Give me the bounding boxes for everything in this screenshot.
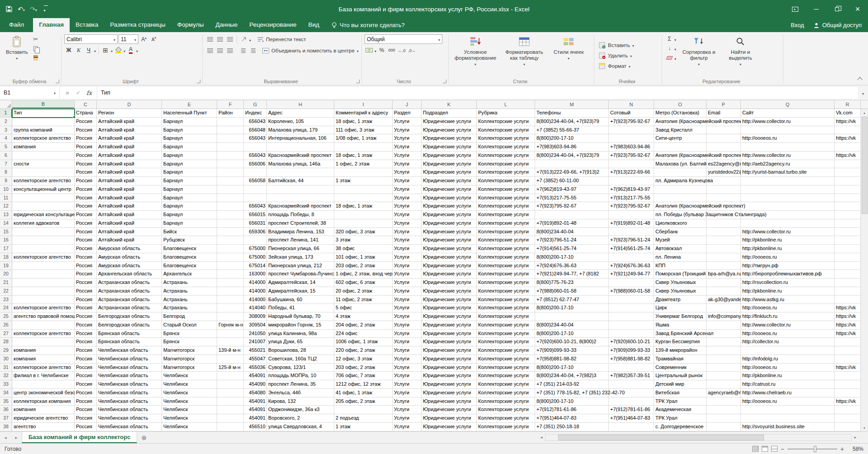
cell-Q14[interactable]: [741, 219, 835, 228]
cell-G1[interactable]: Индекс: [244, 109, 267, 118]
cell-J10[interactable]: Услуги: [393, 185, 422, 194]
cell-F24[interactable]: [217, 304, 244, 312]
cell-C26[interactable]: Россия: [75, 321, 97, 330]
cell-L1[interactable]: Рубрика: [477, 109, 535, 118]
vertical-scroll-thumb[interactable]: [862, 117, 868, 214]
cell-O30[interactable]: Трамвайная: [654, 355, 707, 364]
row-header-15[interactable]: 15: [0, 228, 12, 236]
cell-M15[interactable]: 8(800)234-40-04: [535, 228, 609, 236]
cell-Q25[interactable]: http://finkluch.ru: [741, 312, 835, 321]
row-header-36[interactable]: 36: [0, 406, 12, 414]
cell-E16[interactable]: Рубцовск: [162, 236, 217, 245]
cell-O12[interactable]: Анатолия (Красноармейский проспект): [654, 202, 707, 211]
cell-I18[interactable]: 101 офис, 1 этаж: [334, 253, 393, 262]
cell-M5[interactable]: +7(983)603-94-86: [535, 143, 609, 151]
cell-O3[interactable]: Завод Кристалл: [654, 126, 707, 135]
cell-H2[interactable]: Короленко, 105: [267, 118, 334, 126]
cell-B21[interactable]: [12, 279, 75, 287]
cell-G13[interactable]: 656015: [244, 211, 267, 219]
cell-F22[interactable]: [217, 287, 244, 296]
decrease-decimal-button[interactable]: [408, 46, 417, 55]
cell-K9[interactable]: Юридические услуги: [422, 177, 477, 185]
cell-I22[interactable]: 20 офис, 2 этаж: [334, 287, 393, 296]
cell-R22[interactable]: [835, 287, 861, 296]
cell-J2[interactable]: Услуги: [393, 118, 422, 126]
cell-C1[interactable]: Страна: [75, 109, 97, 118]
cell-C10[interactable]: Россия: [75, 185, 97, 194]
cell-F4[interactable]: [217, 134, 244, 143]
cell-G4[interactable]: 656043: [244, 134, 267, 143]
cell-K17[interactable]: Юридические услуги: [422, 245, 477, 253]
cell-P36[interactable]: [707, 406, 741, 414]
cell-J25[interactable]: Услуги: [393, 312, 422, 321]
cell-N8[interactable]: +7(913)222-69-66: [609, 168, 654, 177]
cell-H36[interactable]: Орджоникидзе, 36а к3: [267, 406, 334, 414]
column-header-P[interactable]: P: [707, 100, 741, 109]
cell-K31[interactable]: Юридические услуги: [422, 364, 477, 372]
cell-F11[interactable]: [217, 194, 244, 203]
cell-M13[interactable]: [535, 211, 609, 219]
ribbon-tab-3[interactable]: Разметка страницы: [104, 18, 171, 32]
cell-B17[interactable]: [12, 245, 75, 253]
cell-E22[interactable]: Астрахань: [162, 287, 217, 296]
cell-H9[interactable]: Балтийская, 44: [267, 177, 334, 185]
cell-N17[interactable]: +7(914)561-25-74: [609, 245, 654, 253]
cell-L7[interactable]: Коллекторские услуги: [477, 160, 535, 169]
cell-E30[interactable]: Магнитогорск: [162, 355, 217, 364]
cell-J1[interactable]: Раздел: [393, 109, 422, 118]
cell-E14[interactable]: Барнаул: [162, 219, 217, 228]
cell-C24[interactable]: Россия: [75, 304, 97, 312]
cell-J31[interactable]: Услуги: [393, 364, 422, 372]
cell-B34[interactable]: центр экономической безопасности: [12, 389, 75, 397]
cell-Q5[interactable]: [741, 143, 835, 151]
cell-E25[interactable]: Белгород: [162, 312, 217, 321]
cell-G38[interactable]: 456510: [244, 423, 267, 431]
cell-I28[interactable]: 1006 офис, 1 этаж: [334, 338, 393, 346]
sort-filter-button[interactable]: Сортировка и фильтр: [678, 33, 720, 77]
cell-J3[interactable]: Услуги: [393, 126, 422, 135]
cell-N37[interactable]: +7(951)464-07-83: [609, 414, 654, 423]
cell-N36[interactable]: +7(912)781-61-86: [609, 406, 654, 414]
cell-I5[interactable]: [334, 143, 393, 151]
insert-cells-button[interactable]: Вставить: [597, 40, 660, 50]
cell-styles-button[interactable]: Стили ячеек: [549, 33, 588, 77]
ribbon-display-options-button[interactable]: [785, 0, 806, 18]
cell-H17[interactable]: Пионерская улица, 66: [267, 245, 334, 253]
cell-N1[interactable]: Сотовый: [609, 109, 654, 118]
column-header-O[interactable]: O: [654, 100, 707, 109]
cell-G32[interactable]: 454091: [244, 372, 267, 380]
cell-J11[interactable]: Услуги: [393, 194, 422, 203]
cell-Q3[interactable]: [741, 126, 835, 135]
cell-J26[interactable]: Услуги: [393, 321, 422, 330]
zoom-slider-thumb[interactable]: [814, 446, 816, 452]
cell-D20[interactable]: Архангельская область: [97, 270, 162, 279]
cell-N38[interactable]: [609, 423, 654, 431]
cell-N12[interactable]: +7(923)795-92-67: [609, 202, 654, 211]
cell-O27[interactable]: Завод Брянский Арсенал: [654, 330, 707, 338]
cell-H19[interactable]: Пионерская улица, 212: [267, 262, 334, 270]
cell-Q36[interactable]: [741, 406, 835, 414]
align-top-button[interactable]: [205, 35, 214, 44]
cell-E31[interactable]: Магнитогорск: [162, 364, 217, 372]
cell-M8[interactable]: +7(913)222-69-66, +7(913)2: [535, 168, 609, 177]
cell-N25[interactable]: [609, 312, 654, 321]
fill-handle[interactable]: [73, 116, 76, 118]
cell-N21[interactable]: [609, 279, 654, 287]
cell-C33[interactable]: Россия: [75, 380, 97, 389]
cell-J13[interactable]: Услуги: [393, 211, 422, 219]
cell-H3[interactable]: Малахова улица, 179: [267, 126, 334, 135]
cell-D14[interactable]: Алтайский край: [97, 219, 162, 228]
cell-E21[interactable]: Астрахань: [162, 279, 217, 287]
cell-C16[interactable]: Россия: [75, 236, 97, 245]
cell-P10[interactable]: [707, 185, 741, 194]
cell-R14[interactable]: [835, 219, 861, 228]
cell-N29[interactable]: +7(909)099-93-33: [609, 346, 654, 355]
row-header-30[interactable]: 30: [0, 355, 12, 364]
cell-K2[interactable]: Юридические услуги: [422, 118, 477, 126]
cell-L31[interactable]: Коллекторские услуги: [477, 364, 535, 372]
cell-G3[interactable]: 656048: [244, 126, 267, 135]
cell-H13[interactable]: площадь Победы, 8: [267, 211, 334, 219]
cell-F36[interactable]: [217, 406, 244, 414]
cell-O26[interactable]: Яшма: [654, 321, 707, 330]
cell-R17[interactable]: [835, 245, 861, 253]
